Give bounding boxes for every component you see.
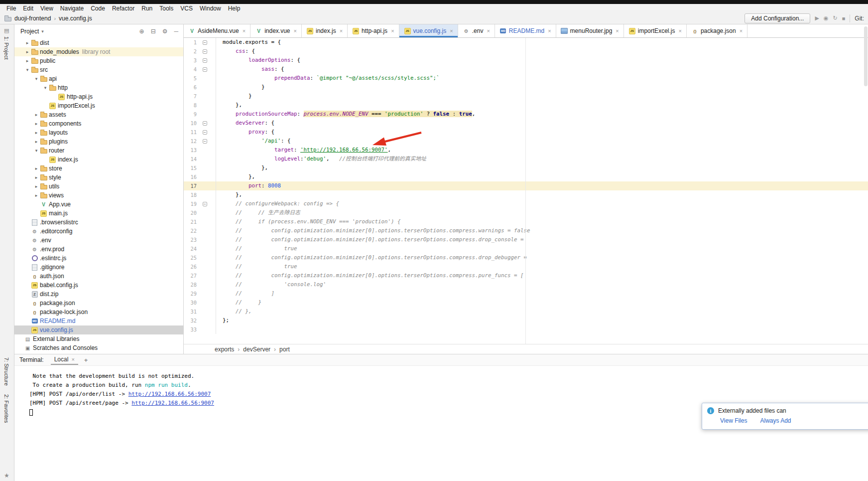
chevron-down-icon[interactable]: ▾	[24, 67, 31, 72]
chevron-right-icon[interactable]: ▸	[33, 166, 40, 171]
gear-icon[interactable]: ⚙	[162, 28, 168, 35]
fold-collapse-icon[interactable]: −	[203, 202, 207, 206]
favorites-star-icon[interactable]: ★	[4, 472, 9, 479]
chevron-right-icon[interactable]: ▸	[33, 130, 40, 135]
new-terminal-icon[interactable]: +	[84, 356, 88, 364]
tree-item-assets[interactable]: ▸assets	[14, 110, 183, 119]
menu-item-code[interactable]: Code	[87, 5, 109, 12]
toolstripe-project-button[interactable]: 1: Project	[3, 36, 9, 59]
chevron-down-icon[interactable]: ▾	[41, 29, 44, 34]
menu-item-run[interactable]: Run	[138, 5, 156, 12]
breadcrumb-item[interactable]: duoji-frontend	[14, 15, 51, 22]
close-icon[interactable]: ×	[740, 28, 743, 34]
close-icon[interactable]: ×	[487, 28, 490, 34]
tree-item-layouts[interactable]: ▸layouts	[14, 128, 183, 137]
tree-item-Scratches and Consoles[interactable]: Scratches and Consoles	[14, 343, 183, 352]
close-icon[interactable]: ×	[391, 28, 394, 34]
tree-item-router[interactable]: ▾router	[14, 146, 183, 155]
tree-item-plugins[interactable]: ▸plugins	[14, 137, 183, 146]
chevron-right-icon[interactable]: ▸	[33, 184, 40, 189]
close-icon[interactable]: ×	[243, 28, 246, 34]
add-configuration-button[interactable]: Add Configuration...	[744, 13, 810, 23]
close-icon[interactable]: ×	[548, 28, 551, 34]
editor-tab-AsideMenu.vue[interactable]: AsideMenu.vue×	[184, 24, 250, 37]
tree-item-index.js[interactable]: index.js	[14, 155, 183, 164]
fold-collapse-icon[interactable]: −	[203, 121, 207, 126]
chevron-right-icon[interactable]: ▸	[33, 112, 40, 117]
tree-item-dist.zip[interactable]: dist.zip	[14, 290, 183, 299]
close-icon[interactable]: ×	[340, 28, 343, 34]
toolstripe-structure-button[interactable]: 7: Structure	[3, 357, 9, 386]
menu-item-vcs[interactable]: VCS	[177, 5, 196, 12]
chevron-right-icon[interactable]: ▸	[24, 58, 31, 63]
menu-item-refactor[interactable]: Refactor	[109, 5, 138, 12]
editor-tab-importExcel.js[interactable]: importExcel.js×	[624, 24, 687, 37]
menu-item-edit[interactable]: Edit	[19, 5, 37, 12]
rerun-icon[interactable]: ↻	[833, 15, 837, 21]
fold-collapse-icon[interactable]: −	[203, 40, 207, 45]
tree-item-http-api.js[interactable]: http-api.js	[14, 92, 183, 101]
editor-tab-index.js[interactable]: index.js×	[302, 24, 348, 37]
tree-item-store[interactable]: ▸store	[14, 164, 183, 173]
tree-item-.eslintrc.js[interactable]: .eslintrc.js	[14, 254, 183, 263]
locate-icon[interactable]: ⊕	[139, 28, 144, 35]
terminal-link[interactable]: http://192.168.66.56:9007	[131, 400, 214, 406]
tree-item-App.vue[interactable]: App.vue	[14, 200, 183, 209]
tree-item-http[interactable]: ▾http	[14, 83, 183, 92]
terminal-link[interactable]: http://192.168.66.56:9007	[128, 391, 211, 397]
git-branch-widget[interactable]: Git:	[855, 15, 864, 22]
tree-item-package-lock.json[interactable]: package-lock.json	[14, 308, 183, 317]
fold-collapse-icon[interactable]: −	[203, 139, 207, 144]
chevron-right-icon[interactable]: ▸	[24, 40, 31, 45]
editor-breadcrumb-item[interactable]: exports	[215, 346, 234, 353]
tree-item-.browserslistrc[interactable]: .browserslistrc	[14, 218, 183, 227]
tree-item-package.json[interactable]: package.json	[14, 299, 183, 308]
editor-tab-vue.config.js[interactable]: vue.config.js×	[399, 24, 458, 37]
editor-tab-.env[interactable]: .env×	[458, 24, 495, 37]
tree-item-babel.config.js[interactable]: babel.config.js	[14, 281, 183, 290]
tree-item-public[interactable]: ▸public	[14, 56, 183, 65]
tree-item-.editorconfig[interactable]: .editorconfig	[14, 227, 183, 236]
tree-item-src[interactable]: ▾src	[14, 65, 183, 74]
editor-breadcrumb-item[interactable]: port	[279, 346, 290, 353]
tree-item-dist[interactable]: ▸dist	[14, 38, 183, 47]
tree-item-vue.config.js[interactable]: vue.config.js	[14, 325, 183, 334]
menu-item-view[interactable]: View	[37, 5, 57, 12]
editor-tab-README.md[interactable]: README.md×	[495, 24, 556, 37]
chevron-right-icon[interactable]: ▸	[24, 49, 31, 54]
tree-item-.gitignore[interactable]: .gitignore	[14, 263, 183, 272]
project-tree[interactable]: ▸dist▸node_moduleslibrary root▸public▾sr…	[14, 38, 183, 352]
tree-item-README.md[interactable]: README.md	[14, 317, 183, 325]
menu-item-help[interactable]: Help	[225, 5, 244, 12]
tree-item-utils[interactable]: ▸utils	[14, 182, 183, 191]
tree-item-importExcel.js[interactable]: importExcel.js	[14, 101, 183, 110]
code-editor[interactable]: 1−module.exports = {2− css: {3− loaderOp…	[184, 38, 868, 344]
editor-tab-http-api.js[interactable]: http-api.js×	[348, 24, 399, 37]
always-add-link[interactable]: Always Add	[760, 417, 791, 424]
tree-item-.env.prod[interactable]: .env.prod	[14, 245, 183, 254]
fold-collapse-icon[interactable]: −	[203, 49, 207, 54]
debug-icon[interactable]: ◉	[824, 15, 829, 21]
tree-item-views[interactable]: ▸views	[14, 191, 183, 200]
close-icon[interactable]: ×	[616, 28, 619, 34]
fold-collapse-icon[interactable]: −	[203, 67, 207, 72]
tree-item-External Libraries[interactable]: External Libraries	[14, 334, 183, 343]
tree-item-style[interactable]: ▸style	[14, 173, 183, 182]
run-icon[interactable]: ▶	[815, 15, 819, 21]
toolstripe-favorites-button[interactable]: 2: Favorites	[3, 394, 9, 423]
close-icon[interactable]: ×	[71, 356, 74, 362]
tree-item-main.js[interactable]: main.js	[14, 209, 183, 218]
close-icon[interactable]: ×	[678, 28, 681, 34]
editor-breadcrumb-item[interactable]: devServer	[243, 346, 270, 353]
terminal-tab-local[interactable]: Local ×	[51, 355, 78, 365]
editor-scrollbar[interactable]	[864, 26, 868, 86]
stop-icon[interactable]: ■	[842, 15, 846, 21]
chevron-right-icon[interactable]: ▸	[33, 121, 40, 126]
tree-item-api[interactable]: ▾api	[14, 74, 183, 83]
close-icon[interactable]: ×	[294, 28, 297, 34]
editor-tab-menuRouter.jpg[interactable]: menuRouter.jpg×	[556, 24, 624, 37]
chevron-right-icon[interactable]: ▸	[33, 139, 40, 144]
fold-collapse-icon[interactable]: −	[203, 58, 207, 63]
editor-tab-package.json[interactable]: package.json×	[687, 24, 747, 37]
project-panel-title[interactable]: Project	[20, 28, 39, 35]
